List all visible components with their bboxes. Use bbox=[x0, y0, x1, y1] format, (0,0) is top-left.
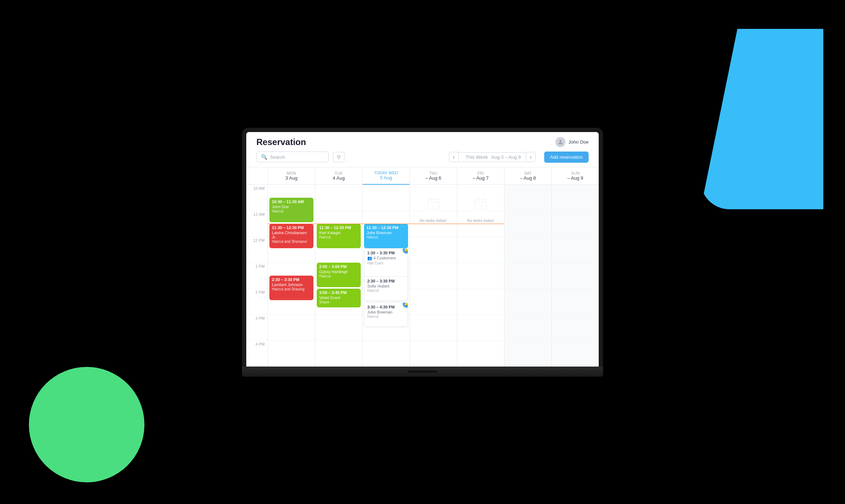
svg-rect-1 bbox=[428, 199, 439, 209]
laptop-shell: Reservation John Doe 🔍 Search bbox=[242, 128, 603, 377]
hour-line bbox=[410, 289, 457, 289]
day-col-thu: Thu – Aug 6 bbox=[410, 167, 457, 367]
day-col-sun: Sun – Aug 9 bbox=[552, 167, 599, 367]
avatar bbox=[555, 137, 566, 147]
no-tasks-thu: No tasks today! bbox=[410, 185, 457, 367]
day-header-mon: Mon 3 Aug bbox=[268, 167, 315, 185]
time-4pm: 4 PM bbox=[246, 341, 268, 367]
hour-line bbox=[552, 289, 599, 289]
bg-decoration-green bbox=[29, 367, 144, 482]
current-time-line bbox=[268, 224, 315, 224]
app-container: Reservation John Doe 🔍 Search bbox=[246, 132, 599, 367]
laptop-base bbox=[242, 367, 603, 377]
day-col-fri: Fri – Aug 7 bbox=[457, 167, 504, 367]
event-wed1[interactable]: 11:30 – 12:30 PM Jube Bowman Haircut bbox=[364, 224, 408, 248]
time-3pm: 3 PM bbox=[246, 315, 268, 341]
day-col-wed: Today Wed 5 Aug bbox=[363, 167, 410, 367]
hour-line bbox=[504, 315, 551, 315]
day-col-mon: Mon 3 Aug bbox=[268, 167, 315, 367]
current-time-line bbox=[457, 224, 504, 224]
add-reservation-button[interactable]: Add reservation bbox=[544, 152, 589, 163]
app-header: Reservation John Doe 🔍 Search bbox=[246, 132, 599, 167]
no-tasks-text-fri: No tasks today! bbox=[467, 218, 494, 223]
bell-badge-1: 🔔 bbox=[403, 248, 408, 254]
current-time-line bbox=[315, 224, 362, 224]
bell-badge-2: 🔔 bbox=[403, 302, 408, 308]
hour-line bbox=[363, 341, 410, 341]
page-title: Reservation bbox=[256, 137, 306, 147]
no-tasks-icon-thu bbox=[425, 196, 442, 216]
header-top-row: Reservation John Doe bbox=[256, 137, 589, 147]
hour-line bbox=[410, 237, 457, 237]
hour-line bbox=[315, 211, 362, 211]
filter-button[interactable]: ▽ bbox=[333, 152, 344, 162]
hour-line bbox=[504, 211, 551, 211]
day-body-mon: 10:30 – 11:30 AM John Doe Haircut 11:30 … bbox=[268, 185, 315, 367]
day-header-tue: Tue 4 Aug bbox=[315, 167, 362, 185]
day-header-sun: Sun – Aug 9 bbox=[552, 167, 599, 185]
event-tue1[interactable]: 11:30 – 12:30 PM Karl Kalagin Haircut bbox=[317, 224, 361, 248]
user-name: John Doe bbox=[568, 139, 589, 145]
hour-line bbox=[552, 341, 599, 341]
days-wrapper: Mon 3 Aug bbox=[268, 167, 599, 367]
hour-line bbox=[410, 263, 457, 263]
toolbar: 🔍 Search ▽ ‹ This Week Aug 3 – Aug 9 bbox=[256, 152, 589, 167]
time-10am: 10 AM bbox=[246, 185, 268, 211]
hour-line bbox=[457, 315, 504, 315]
day-col-sat: Sat – Aug 8 bbox=[504, 167, 552, 367]
search-box[interactable]: 🔍 Search bbox=[256, 152, 329, 162]
day-header-sat: Sat – Aug 8 bbox=[504, 167, 551, 185]
laptop-notch bbox=[408, 371, 437, 373]
no-tasks-icon-fri bbox=[472, 196, 489, 216]
day-body-sat bbox=[504, 185, 551, 367]
time-12pm: 12 PM bbox=[246, 237, 268, 263]
prev-week-button[interactable]: ‹ bbox=[449, 152, 459, 162]
hour-line bbox=[315, 315, 362, 315]
event-tue2[interactable]: 2:00 – 3:00 PM Gypsy Hardinge Haircut bbox=[317, 263, 361, 287]
hour-line bbox=[268, 341, 315, 341]
hour-line bbox=[457, 289, 504, 289]
time-1pm: 1 PM bbox=[246, 263, 268, 289]
search-input[interactable]: Search bbox=[270, 154, 285, 160]
day-body-thu: No tasks today! bbox=[410, 185, 457, 367]
hour-line bbox=[552, 237, 599, 237]
svg-point-0 bbox=[559, 140, 562, 142]
event-wed3[interactable]: 2:30 – 3:30 PM Sofie Hubert Haircut bbox=[364, 276, 408, 301]
next-week-button[interactable]: › bbox=[526, 152, 536, 162]
hour-line bbox=[268, 263, 315, 263]
day-col-tue: Tue 4 Aug bbox=[315, 167, 363, 367]
hour-line bbox=[268, 315, 315, 315]
day-header-wed: Today Wed 5 Aug bbox=[363, 167, 410, 185]
bg-decoration-blue bbox=[701, 29, 823, 209]
hour-line bbox=[504, 263, 551, 263]
event-tue3[interactable]: 3:00 – 3:45 PM Violet Grant Shave bbox=[317, 289, 361, 307]
hour-line bbox=[457, 263, 504, 263]
time-2pm: 2 PM bbox=[246, 289, 268, 315]
current-time-line bbox=[410, 224, 457, 224]
hour-line bbox=[315, 341, 362, 341]
hour-line bbox=[504, 341, 551, 341]
day-body-fri: No tasks today! bbox=[457, 185, 504, 367]
screen-border: Reservation John Doe 🔍 Search bbox=[242, 128, 603, 367]
day-body-sun bbox=[552, 185, 599, 367]
time-11am: 11 AM bbox=[246, 211, 268, 237]
current-time-line bbox=[363, 224, 410, 224]
day-body-wed: 11:30 – 12:30 PM Jube Bowman Haircut 🔔 1… bbox=[363, 185, 410, 367]
hour-line bbox=[552, 315, 599, 315]
event-mon1[interactable]: 10:30 – 11:30 AM John Doe Haircut bbox=[269, 198, 313, 222]
hour-line bbox=[552, 263, 599, 263]
hour-line bbox=[457, 237, 504, 237]
screen: Reservation John Doe 🔍 Search bbox=[246, 132, 599, 367]
no-tasks-text-thu: No tasks today! bbox=[420, 218, 447, 223]
user-info: John Doe bbox=[555, 137, 589, 147]
day-header-thu: Thu – Aug 6 bbox=[410, 167, 457, 185]
event-mon2[interactable]: 11:30 – 12:30 PM Laisha Christiansen Jr.… bbox=[269, 224, 313, 248]
day-header-fri: Fri – Aug 7 bbox=[457, 167, 504, 185]
search-icon: 🔍 bbox=[261, 154, 267, 160]
day-body-tue: 11:30 – 12:30 PM Karl Kalagin Haircut 2:… bbox=[315, 185, 362, 367]
event-mon3[interactable]: 2:30 – 3:30 PM Lambert Johnson Haircut a… bbox=[269, 276, 313, 300]
svg-rect-5 bbox=[475, 199, 486, 209]
time-column: 10 AM 11 AM 12 PM 1 PM 2 PM 3 PM 4 PM bbox=[246, 167, 268, 367]
event-wed4[interactable]: 🔔 3:30 – 4:30 PM Jube Bowman Haircut bbox=[364, 302, 408, 327]
hour-line bbox=[410, 315, 457, 315]
